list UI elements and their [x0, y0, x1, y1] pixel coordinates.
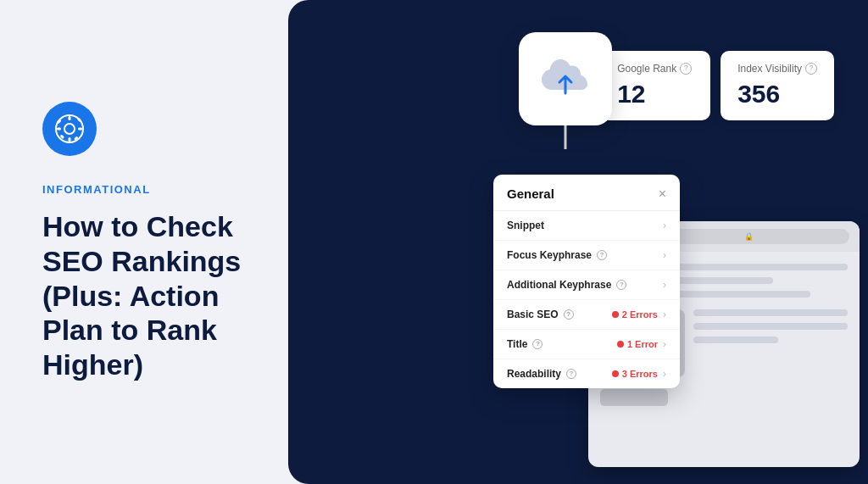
google-rank-label: Google Rank ?	[617, 63, 693, 75]
browser-bottom	[588, 389, 860, 406]
lock-icon: 🔒	[744, 232, 754, 241]
yoast-item-snippet-label: Snippet	[507, 220, 544, 231]
plugin-icon	[42, 102, 97, 156]
cloud-widget	[519, 32, 612, 125]
error-dot-icon-3	[612, 370, 619, 377]
chevron-right-icon-3: ›	[663, 279, 666, 291]
yoast-item-basic-seo-label: Basic SEO ?	[507, 309, 574, 320]
browser-line-6	[693, 337, 778, 343]
main-title: How to Check SEO Rankings (Plus: Action …	[42, 209, 246, 382]
browser-image-lines	[693, 309, 848, 377]
svg-rect-5	[78, 128, 82, 131]
error-dot-icon-2	[617, 341, 624, 348]
error-dot-icon	[612, 311, 619, 318]
left-section: INFORMATIONAL How to Check SEO Rankings …	[0, 68, 288, 416]
google-rank-card: Google Rank ? 12	[600, 51, 710, 120]
yoast-item-additional-keyphrase[interactable]: Additional Keyphrase ? ›	[493, 270, 680, 300]
basic-seo-error-text: 2 Errors	[622, 309, 658, 320]
additional-keyphrase-info-icon[interactable]: ?	[616, 280, 626, 290]
yoast-item-focus-keyphrase[interactable]: Focus Keyphrase ? ›	[493, 241, 680, 270]
chevron-right-icon-6: ›	[663, 368, 666, 380]
yoast-item-focus-keyphrase-label: Focus Keyphrase ?	[507, 249, 607, 261]
yoast-close-button[interactable]: ×	[659, 186, 666, 202]
yoast-item-basic-seo-right: 2 Errors ›	[612, 309, 666, 320]
focus-keyphrase-info-icon[interactable]: ?	[597, 250, 607, 260]
yoast-item-readability[interactable]: Readability ? 3 Errors ›	[493, 359, 680, 388]
chevron-right-icon: ›	[663, 220, 666, 231]
category-label: INFORMATIONAL	[42, 183, 246, 196]
yoast-panel-title: General	[507, 186, 554, 201]
svg-rect-2	[69, 116, 71, 120]
readability-error-badge: 3 Errors	[612, 369, 658, 379]
yoast-item-snippet[interactable]: Snippet ›	[493, 211, 680, 241]
google-rank-value: 12	[617, 80, 693, 108]
yoast-header: General ×	[493, 175, 680, 211]
google-rank-info-icon[interactable]: ?	[680, 63, 692, 75]
cloud-upload-icon	[540, 58, 591, 100]
yoast-panel: General × Snippet › Focus Keyphrase ? ›	[493, 175, 680, 388]
svg-rect-3	[69, 137, 71, 142]
yoast-item-focus-keyphrase-right: ›	[663, 249, 666, 261]
title-error-badge: 1 Error	[617, 339, 658, 349]
gear-plugin-icon	[55, 114, 84, 143]
index-visibility-label: Index Visibility ?	[737, 63, 817, 75]
chevron-right-icon-4: ›	[663, 309, 666, 320]
chevron-right-icon-2: ›	[663, 249, 666, 261]
browser-line-5	[693, 323, 848, 330]
metric-cards: Google Rank ? 12 Index Visibility ? 356	[600, 51, 834, 120]
browser-btn	[600, 389, 668, 406]
yoast-item-additional-keyphrase-label: Additional Keyphrase ?	[507, 279, 626, 291]
yoast-item-title-right: 1 Error ›	[617, 338, 666, 350]
index-visibility-info-icon[interactable]: ?	[805, 63, 817, 75]
title-info-icon[interactable]: ?	[532, 339, 542, 349]
chevron-right-icon-5: ›	[663, 338, 666, 350]
yoast-item-title-label: Title ?	[507, 338, 542, 350]
page-container: INFORMATIONAL How to Check SEO Rankings …	[0, 0, 868, 484]
svg-rect-4	[57, 128, 61, 131]
index-visibility-value: 356	[737, 80, 817, 108]
title-error-text: 1 Error	[627, 339, 658, 349]
yoast-item-basic-seo[interactable]: Basic SEO ? 2 Errors ›	[493, 300, 680, 330]
readability-info-icon[interactable]: ?	[566, 369, 576, 379]
yoast-item-title[interactable]: Title ? 1 Error ›	[493, 330, 680, 359]
right-section: Google Rank ? 12 Index Visibility ? 356	[288, 0, 868, 484]
basic-seo-info-icon[interactable]: ?	[564, 309, 574, 320]
svg-point-1	[64, 124, 75, 134]
index-visibility-card: Index Visibility ? 356	[721, 51, 834, 120]
yoast-item-readability-right: 3 Errors ›	[612, 368, 666, 380]
yoast-item-snippet-right: ›	[663, 220, 666, 231]
yoast-item-readability-label: Readability ?	[507, 368, 576, 380]
yoast-item-additional-keyphrase-right: ›	[663, 279, 666, 291]
browser-line-4	[693, 309, 848, 316]
readability-error-text: 3 Errors	[622, 369, 658, 379]
basic-seo-error-badge: 2 Errors	[612, 309, 658, 320]
